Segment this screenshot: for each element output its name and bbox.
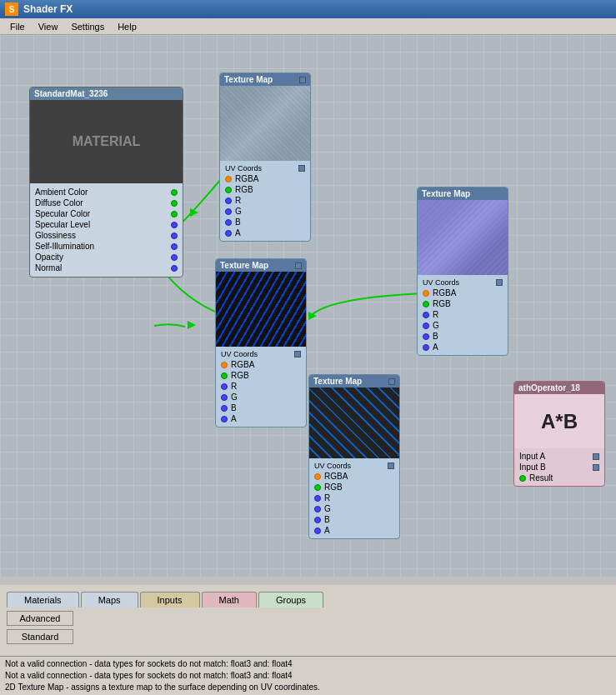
texture-node-3[interactable]: Texture Map UV Coords RGBA RGB R G xyxy=(417,187,508,356)
math-formula: A*B xyxy=(541,410,578,433)
material-preview: MATERIAL xyxy=(30,100,183,183)
status-line-2: Not a valid connection - data types for … xyxy=(5,670,611,682)
b-in-3: B xyxy=(419,331,506,342)
texture-node-1-title: Texture Map xyxy=(224,75,273,84)
menu-settings[interactable]: Settings xyxy=(64,20,111,33)
rgb-in-1: RGB xyxy=(222,184,308,195)
uv-coords-out-1: UV Coords xyxy=(222,163,308,173)
rgb-in-3: RGB xyxy=(419,298,506,309)
port-specular-level: Specular Level xyxy=(32,219,181,230)
g-in-1: G xyxy=(222,206,308,217)
texture-node-3-header: Texture Map xyxy=(418,188,508,200)
rgba-in-1: RGBA xyxy=(222,173,308,184)
standard-button[interactable]: Standard xyxy=(7,629,73,644)
canvas-area: StandardMat_3236 MATERIAL Ambient Color … xyxy=(0,35,616,577)
advanced-button[interactable]: Advanced xyxy=(7,611,73,626)
texture-node-4-preview xyxy=(309,388,399,458)
bottom-panel: Materials Maps Inputs Math Groups Advanc… xyxy=(0,585,616,695)
input-a-port: Input A xyxy=(516,451,603,462)
tab-bar: Materials Maps Inputs Math Groups xyxy=(3,588,613,608)
tab-math[interactable]: Math xyxy=(202,592,257,608)
material-ports: Ambient Color Diffuse Color Specular Col… xyxy=(30,183,183,277)
status-line-3: 2D Texture Map - assigns a texture map t… xyxy=(5,682,611,693)
svg-marker-0 xyxy=(190,208,198,217)
b-in-2: B xyxy=(218,402,304,413)
uv-coords-out-3: UV Coords xyxy=(419,278,506,288)
status-bar: Not a valid connection - data types for … xyxy=(0,656,616,695)
r-in-3: R xyxy=(419,309,506,320)
tab-inputs[interactable]: Inputs xyxy=(140,592,200,608)
material-label: MATERIAL xyxy=(73,134,140,149)
rgb-in-4: RGB xyxy=(311,482,398,492)
port-glossiness: Glossiness xyxy=(32,230,181,241)
app-title: Shader FX xyxy=(23,3,73,15)
math-node-ports: Input A Input B Result xyxy=(514,448,604,486)
rgba-in-2: RGBA xyxy=(218,359,304,370)
tab-materials[interactable]: Materials xyxy=(7,592,79,608)
material-node-header: StandardMat_3236 xyxy=(30,88,183,100)
r-in-4: R xyxy=(311,492,398,503)
g-in-3: G xyxy=(419,320,506,331)
g-in-2: G xyxy=(218,392,304,402)
texture-node-1[interactable]: Texture Map UV Coords RGBA RGB R xyxy=(219,72,311,242)
math-preview: A*B xyxy=(514,394,604,448)
title-bar: S Shader FX xyxy=(0,0,616,18)
port-self-illumination: Self-Illumination xyxy=(32,241,181,252)
port-normal: Normal xyxy=(32,262,181,273)
a-in-3: A xyxy=(419,342,506,352)
texture-node-4[interactable]: Texture Map UV Coords RGBA RGB R xyxy=(308,374,400,539)
tab-maps[interactable]: Maps xyxy=(81,592,138,608)
svg-marker-1 xyxy=(188,321,196,329)
menu-file[interactable]: File xyxy=(3,20,32,33)
r-in-1: R xyxy=(222,195,308,206)
port-ambient-color: Ambient Color xyxy=(32,187,181,198)
math-node-title: athOperator_18 xyxy=(518,383,580,392)
menu-help[interactable]: Help xyxy=(111,20,143,33)
texture-node-1-preview xyxy=(220,86,310,161)
uv-coords-out-2: UV Coords xyxy=(218,349,304,359)
rgba-in-4: RGBA xyxy=(311,471,398,482)
input-b-port: Input B xyxy=(516,462,603,472)
sub-buttons-area: Advanced Standard xyxy=(3,608,613,648)
tab-groups[interactable]: Groups xyxy=(258,592,323,608)
texture-node-3-ports: UV Coords RGBA RGB R G B xyxy=(418,275,508,355)
status-line-1: Not a valid connection - data types for … xyxy=(5,658,611,670)
port-opacity: Opacity xyxy=(32,252,181,262)
a-in-2: A xyxy=(218,413,304,424)
uv-coords-out-4: UV Coords xyxy=(311,461,398,471)
b-in-4: B xyxy=(311,514,398,525)
port-diffuse-color: Diffuse Color xyxy=(32,198,181,208)
app-icon: S xyxy=(5,2,18,16)
texture-node-4-ports: UV Coords RGBA RGB R G B xyxy=(309,458,399,538)
texture-node-4-title: Texture Map xyxy=(313,377,362,386)
g-in-4: G xyxy=(311,503,398,514)
texture-node-2-preview xyxy=(216,272,306,347)
port-specular-color: Specular Color xyxy=(32,208,181,219)
menu-view[interactable]: View xyxy=(32,20,65,33)
math-operator-node[interactable]: athOperator_18 A*B Input A Input B Resul… xyxy=(513,381,605,487)
b-in-1: B xyxy=(222,217,308,228)
spacer xyxy=(0,648,616,656)
material-node-title: StandardMat_3236 xyxy=(34,89,108,98)
texture-node-2-header: Texture Map xyxy=(216,259,306,272)
svg-marker-2 xyxy=(308,312,317,320)
texture-node-3-preview xyxy=(418,200,508,275)
a-in-1: A xyxy=(222,228,308,238)
tabs-area: Materials Maps Inputs Math Groups Advanc… xyxy=(3,588,613,648)
texture-node-2-title: Texture Map xyxy=(220,261,268,270)
math-node-header: athOperator_18 xyxy=(514,382,604,394)
rgba-in-3: RGBA xyxy=(419,288,506,298)
texture-node-1-header: Texture Map xyxy=(220,73,310,86)
a-in-4: A xyxy=(311,525,398,536)
texture-node-1-ports: UV Coords RGBA RGB R G B xyxy=(220,161,310,241)
material-node[interactable]: StandardMat_3236 MATERIAL Ambient Color … xyxy=(29,87,183,278)
menu-bar: File View Settings Help xyxy=(0,18,616,35)
result-port: Result xyxy=(516,472,603,483)
rgb-in-2: RGB xyxy=(218,370,304,381)
texture-node-2[interactable]: Texture Map UV Coords RGBA RGB R xyxy=(215,258,307,428)
texture-node-3-title: Texture Map xyxy=(422,189,470,198)
texture-node-4-header: Texture Map xyxy=(309,375,399,388)
texture-node-2-ports: UV Coords RGBA RGB R G B xyxy=(216,347,306,427)
r-in-2: R xyxy=(218,381,304,392)
